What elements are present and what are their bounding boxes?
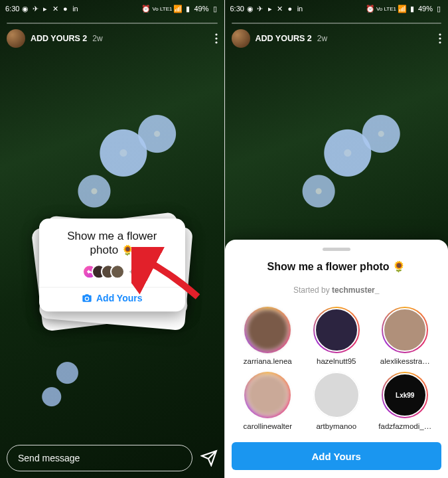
add-yours-button[interactable]: Add Yours [232,442,442,470]
svg-point-1 [215,37,217,39]
participant-username: hazelnutt95 [317,357,356,365]
svg-point-3 [439,33,441,35]
progress-segment [7,23,218,24]
author-username[interactable]: ADD YOURS 2 [256,34,312,43]
status-bar: 6:30 ◉ ✈ ▸ ✕ ● in ⏰ Vo LTE1 📶 ▮ 49% ▯ [225,0,449,17]
reply-placeholder: Send message [18,453,80,463]
participant-avatar [244,307,291,353]
wifi-icon: 📶 [398,5,406,13]
phone-right: 6:30 ◉ ✈ ▸ ✕ ● in ⏰ Vo LTE1 📶 ▮ 49% ▯ AD… [224,0,449,478]
participants-sheet: Show me a flower photo 🌻 Started by tech… [225,240,449,478]
participant[interactable]: hazelnutt95 [304,307,369,365]
battery-text: 49% [194,5,208,13]
story-age: 2w [317,34,327,43]
participant-avatar [244,372,291,418]
story-header: ADD YOURS 2 2w [0,23,224,48]
alarm-icon: ⏰ [142,5,150,13]
sticker-prompt: Show me a flower photo 🌻 [47,229,177,258]
alarm-icon: ⏰ [366,5,374,13]
participant[interactable]: alexlikesstra… [373,307,438,365]
author-avatar[interactable] [7,29,25,48]
camera-icon [82,293,92,303]
sheet-prompt: Show me a flower photo 🌻 [232,260,442,274]
twitter-icon: ✕ [51,5,59,13]
participant-avatar [313,307,360,353]
participants-more-count: +18 [129,268,141,276]
app-icon: ● [286,5,294,13]
participants-grid: zarriana.leneahazelnutt95alexlikesstra…c… [232,307,442,430]
sheet-drag-handle[interactable] [323,248,350,251]
divider [39,287,185,287]
add-yours-label: Add Yours [96,293,143,303]
share-icon[interactable] [200,449,218,467]
linkedin-icon: in [296,5,304,13]
participants-preview[interactable]: +18 [47,264,177,279]
signal-icon: ▮ [408,5,416,13]
reply-bar: Send message [7,445,218,471]
add-yours-sticker[interactable]: Show me a flower photo 🌻 +18 Add Yours [39,218,185,311]
started-by-line[interactable]: Started by techmuster_ [232,285,442,295]
participant-username: zarriana.lenea [244,357,292,365]
svg-point-2 [215,41,217,43]
participant-avatar [382,307,428,353]
author-username[interactable]: ADD YOURS 2 [31,34,87,43]
participant-avatar [110,264,125,279]
story-age: 2w [92,34,102,43]
svg-point-4 [439,37,441,39]
progress-segment [232,23,442,24]
svg-point-0 [215,33,217,35]
play-icon: ▸ [41,5,49,13]
whatsapp-icon: ◉ [21,5,29,13]
play-icon: ▸ [266,5,274,13]
network-label: Vo LTE1 [376,6,396,12]
wifi-icon: 📶 [174,5,182,13]
add-yours-label: Add Yours [312,451,361,462]
more-options-icon[interactable] [439,33,441,44]
participant-username: fadzfazmodi_… [378,422,431,430]
participant[interactable]: carollinewalter [236,372,301,430]
story-header: ADD YOURS 2 2w [225,23,449,48]
sunflower-emoji: 🌻 [121,245,134,256]
telegram-icon: ✈ [256,5,264,13]
status-bar: 6:30 ◉ ✈ ▸ ✕ ● in ⏰ Vo LTE1 📶 ▮ 49% ▯ [0,0,224,17]
twitter-icon: ✕ [276,5,284,13]
status-time: 6:30 [230,5,244,13]
status-time: 6:30 [5,5,19,13]
participant[interactable]: artbymanoo [304,372,369,430]
linkedin-icon: in [71,5,79,13]
battery-icon: ▯ [211,5,219,13]
phone-left: 6:30 ◉ ✈ ▸ ✕ ● in ⏰ Vo LTE1 📶 ▮ 49% ▯ AD… [0,0,224,478]
add-yours-button[interactable]: Add Yours [47,293,177,303]
participant-avatar [313,372,360,418]
participant[interactable]: Lxk99fadzfazmodi_… [373,372,438,430]
author-avatar[interactable] [232,29,250,48]
participant-avatar: Lxk99 [382,372,428,418]
battery-text: 49% [418,5,433,13]
more-options-icon[interactable] [215,33,218,44]
participant[interactable]: zarriana.lenea [236,307,301,365]
svg-point-5 [439,41,441,43]
network-label: Vo LTE1 [152,6,172,12]
signal-icon: ▮ [184,5,192,13]
participant-username: carollinewalter [243,422,292,430]
app-icon: ● [61,5,69,13]
whatsapp-icon: ◉ [246,5,254,13]
reply-input[interactable]: Send message [7,445,192,471]
participant-username: artbymanoo [316,422,356,430]
telegram-icon: ✈ [31,5,39,13]
participant-username: alexlikesstra… [380,357,430,365]
battery-icon: ▯ [435,5,443,13]
